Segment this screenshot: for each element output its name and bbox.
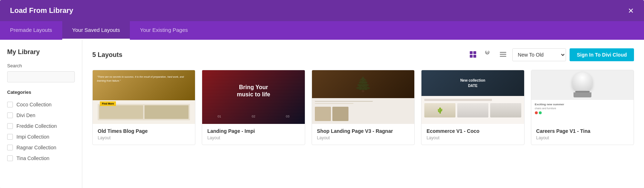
layout-thumbnail-landing-impi: Bring Yourmusic to life 01 02 03 bbox=[202, 70, 304, 124]
modal-body: My Library Search Categories Coco Collec… bbox=[0, 40, 644, 188]
layout-info-old-times-blog: Old Times Blog Page Layout bbox=[93, 124, 195, 145]
modal-title: Load From Library bbox=[10, 6, 73, 15]
modal-header: Load From Library ✕ bbox=[0, 0, 644, 21]
layout-type-shop-ragnar: Layout bbox=[317, 135, 409, 140]
svg-rect-0 bbox=[470, 51, 473, 54]
sidebar-title: My Library bbox=[7, 48, 75, 56]
category-item-tina[interactable]: Tina Collection bbox=[7, 153, 75, 164]
list-icon bbox=[499, 51, 507, 58]
svg-rect-7 bbox=[500, 56, 506, 57]
category-label-ragnar: Ragnar Collection bbox=[16, 145, 56, 150]
category-checkbox-freddie[interactable] bbox=[7, 123, 13, 129]
search-label: Search bbox=[7, 63, 75, 68]
category-item-impi[interactable]: Impi Collection bbox=[7, 131, 75, 142]
layout-card-shop-ragnar[interactable]: 🌲 Shop Landing Page V3 - Ragnar Layout bbox=[312, 70, 415, 145]
modal: Load From Library ✕ Premade Layouts Your… bbox=[0, 0, 644, 188]
category-checkbox-divi-den[interactable] bbox=[7, 112, 13, 118]
tab-saved[interactable]: Your Saved Layouts bbox=[62, 21, 130, 40]
category-checkbox-ragnar[interactable] bbox=[7, 145, 13, 150]
main-content: 5 Layouts bbox=[82, 40, 644, 188]
layout-info-ecommerce-coco: Ecommerce V1 - Coco Layout bbox=[421, 124, 524, 145]
layout-type-landing-impi: Layout bbox=[207, 135, 299, 140]
layout-type-ecommerce-coco: Layout bbox=[426, 135, 519, 140]
content-header: 5 Layouts bbox=[92, 48, 634, 61]
layout-thumbnail-old-times-blog: "There are no secrets to success. It is … bbox=[93, 70, 195, 124]
grid-icon bbox=[469, 51, 477, 58]
tab-premade[interactable]: Premade Layouts bbox=[0, 21, 62, 40]
layout-name-ecommerce-coco: Ecommerce V1 - Coco bbox=[426, 128, 519, 134]
layout-name-old-times-blog: Old Times Blog Page bbox=[98, 128, 190, 134]
category-checkbox-impi[interactable] bbox=[7, 134, 13, 140]
category-item-coco[interactable]: Coco Collection bbox=[7, 99, 75, 110]
category-item-freddie[interactable]: Freddie Collection bbox=[7, 121, 75, 131]
category-label-tina: Tina Collection bbox=[16, 155, 49, 161]
layouts-grid: "There are no secrets to success. It is … bbox=[92, 70, 634, 145]
category-label-freddie: Freddie Collection bbox=[16, 123, 57, 129]
sort-select[interactable]: New To Old Old To New bbox=[512, 48, 566, 61]
filter-button[interactable] bbox=[482, 49, 494, 61]
svg-point-4 bbox=[487, 52, 488, 54]
grid-view-button[interactable] bbox=[467, 49, 479, 61]
layout-card-ecommerce-coco[interactable]: New collectionDATE 🌵 Ecommerce V1 - Coco… bbox=[421, 70, 524, 145]
categories-title: Categories bbox=[7, 90, 75, 95]
category-checkbox-coco[interactable] bbox=[7, 102, 13, 107]
layout-name-shop-ragnar: Shop Landing Page V3 - Ragnar bbox=[317, 128, 409, 134]
layout-info-careers-tina: Careers Page V1 - Tina Layout bbox=[531, 124, 634, 145]
layout-type-old-times-blog: Layout bbox=[98, 135, 190, 140]
header-controls: New To Old Old To New Sign In To Divi Cl… bbox=[467, 48, 634, 61]
layout-card-landing-impi[interactable]: Bring Yourmusic to life 01 02 03 Landing… bbox=[202, 70, 305, 145]
svg-rect-2 bbox=[470, 55, 473, 58]
category-label-divi-den: Divi Den bbox=[16, 112, 35, 118]
svg-rect-5 bbox=[500, 52, 506, 53]
layout-type-careers-tina: Layout bbox=[536, 135, 629, 140]
svg-rect-6 bbox=[500, 54, 506, 55]
modal-close-button[interactable]: ✕ bbox=[628, 7, 634, 14]
category-item-ragnar[interactable]: Ragnar Collection bbox=[7, 142, 75, 153]
sidebar: My Library Search Categories Coco Collec… bbox=[0, 40, 82, 188]
sign-in-button[interactable]: Sign In To Divi Cloud bbox=[570, 48, 634, 61]
category-checkbox-tina[interactable] bbox=[7, 155, 13, 161]
svg-rect-3 bbox=[473, 55, 476, 58]
layout-thumbnail-careers-tina: Exciting new summer chairs and furniture bbox=[531, 70, 634, 124]
layout-card-careers-tina[interactable]: Exciting new summer chairs and furniture… bbox=[531, 70, 634, 145]
list-view-button[interactable] bbox=[497, 49, 509, 61]
svg-rect-1 bbox=[473, 51, 476, 54]
layout-info-landing-impi: Landing Page - Impi Layout bbox=[202, 124, 304, 145]
search-input[interactable] bbox=[7, 71, 75, 82]
layout-name-careers-tina: Careers Page V1 - Tina bbox=[536, 128, 629, 134]
layout-name-landing-impi: Landing Page - Impi bbox=[207, 128, 299, 134]
layout-thumbnail-ecommerce-coco: New collectionDATE 🌵 bbox=[421, 70, 524, 124]
layouts-count: 5 Layouts bbox=[92, 51, 122, 59]
category-item-divi-den[interactable]: Divi Den bbox=[7, 110, 75, 121]
category-label-impi: Impi Collection bbox=[16, 134, 49, 140]
layout-thumbnail-shop-ragnar: 🌲 bbox=[312, 70, 414, 124]
categories-list: Coco Collection Divi Den Freddie Collect… bbox=[7, 99, 75, 164]
tab-existing[interactable]: Your Existing Pages bbox=[130, 21, 198, 40]
tabs-bar: Premade Layouts Your Saved Layouts Your … bbox=[0, 21, 644, 40]
filter-icon bbox=[484, 51, 492, 58]
layout-card-old-times-blog[interactable]: "There are no secrets to success. It is … bbox=[92, 70, 195, 145]
category-label-coco: Coco Collection bbox=[16, 102, 52, 107]
layout-info-shop-ragnar: Shop Landing Page V3 - Ragnar Layout bbox=[312, 124, 414, 145]
